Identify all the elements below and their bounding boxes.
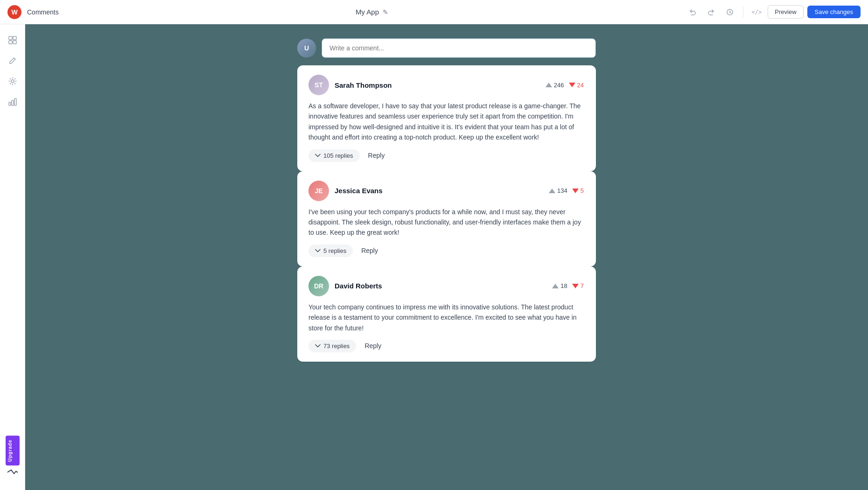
edit-icon[interactable]: ✎ (383, 8, 388, 16)
svg-marker-9 (546, 83, 552, 87)
svg-marker-11 (549, 189, 555, 193)
upvote-count: 134 (557, 187, 567, 194)
svg-marker-14 (572, 284, 579, 288)
comment-actions: 73 replies Reply (308, 340, 585, 352)
sidebar-item-dashboard[interactable] (4, 32, 21, 49)
code-button[interactable]: </> (749, 5, 764, 20)
history-button[interactable] (722, 5, 737, 20)
sidebar-item-settings[interactable] (4, 73, 21, 90)
sidebar-item-edit[interactable] (4, 52, 21, 69)
app-logo: W (7, 5, 21, 19)
comment-body: As a software developer, I have to say t… (308, 101, 585, 143)
show-replies-button[interactable]: 105 replies (308, 149, 360, 162)
svg-rect-8 (14, 98, 16, 105)
reply-button[interactable]: Reply (361, 340, 385, 351)
downvote-button[interactable]: 24 (568, 81, 585, 90)
sidebar: Upgrade (0, 24, 25, 490)
comment-body: Your tech company continues to impress m… (308, 302, 585, 333)
vote-section: 246 24 (545, 81, 585, 90)
vote-section: 18 7 (551, 281, 585, 290)
comment-author: David Roberts (335, 282, 546, 290)
divider (743, 7, 743, 18)
upvote-button[interactable]: 134 (548, 186, 568, 195)
svg-point-5 (11, 80, 14, 83)
undo-button[interactable] (685, 5, 700, 20)
comments-list: ST Sarah Thompson 246 24 As a software d… (297, 65, 596, 362)
upvote-button[interactable]: 246 (545, 81, 565, 90)
replies-count-label: 105 replies (323, 152, 353, 159)
logo-letter: W (11, 8, 17, 16)
comment-card: JE Jessica Evans 134 5 I've been using y… (297, 171, 596, 266)
save-button[interactable]: Save changes (807, 6, 861, 18)
downvote-count: 5 (581, 187, 584, 194)
downvote-button[interactable]: 5 (571, 186, 585, 195)
comment-header: JE Jessica Evans 134 5 (308, 181, 585, 201)
main-layout: Upgrade U ST Sarah Thompson 2 (0, 24, 868, 490)
comment-header: ST Sarah Thompson 246 24 (308, 75, 585, 95)
content-area: U ST Sarah Thompson 246 24 As a software… (25, 24, 868, 490)
comment-author: Sarah Thompson (335, 81, 539, 89)
sidebar-item-analytics[interactable] (4, 93, 21, 110)
write-comment-input[interactable] (322, 38, 596, 58)
comment-body: I've been using your tech company's prod… (308, 207, 585, 238)
comment-header: DR David Roberts 18 7 (308, 276, 585, 296)
current-user-avatar-img: U (297, 39, 316, 57)
topbar: W Comments My App ✎ </> Preview Save cha… (0, 0, 868, 24)
topbar-right: </> Preview Save changes (685, 5, 861, 20)
preview-button[interactable]: Preview (768, 5, 803, 19)
upvote-count: 246 (554, 82, 564, 89)
redo-button[interactable] (704, 5, 719, 20)
downvote-count: 7 (581, 282, 584, 289)
reply-button[interactable]: Reply (364, 150, 389, 161)
reply-button[interactable]: Reply (357, 245, 382, 256)
svg-rect-2 (13, 36, 16, 40)
svg-rect-6 (9, 102, 11, 105)
downvote-count: 24 (577, 82, 584, 89)
svg-rect-7 (12, 100, 14, 105)
replies-count-label: 5 replies (323, 247, 346, 254)
comment-card: ST Sarah Thompson 246 24 As a software d… (297, 65, 596, 171)
section-title: Comments (27, 8, 59, 16)
svg-marker-10 (569, 83, 575, 87)
upvote-button[interactable]: 18 (551, 281, 568, 290)
replies-count-label: 73 replies (323, 343, 350, 350)
svg-marker-13 (552, 284, 559, 288)
sidebar-bottom: Upgrade (6, 436, 20, 483)
svg-rect-3 (9, 41, 12, 44)
comment-author: Jessica Evans (335, 187, 542, 195)
upgrade-button[interactable]: Upgrade (6, 436, 20, 466)
comment-actions: 105 replies Reply (308, 149, 585, 162)
comment-avatar: JE (308, 181, 329, 201)
current-user-avatar: U (297, 39, 316, 57)
upvote-count: 18 (560, 282, 567, 289)
comment-avatar: ST (308, 75, 329, 95)
show-replies-button[interactable]: 5 replies (308, 245, 353, 257)
comments-container: U ST Sarah Thompson 246 24 As a software… (297, 38, 596, 362)
write-comment-row: U (297, 38, 596, 58)
show-replies-button[interactable]: 73 replies (308, 340, 356, 352)
app-name-label: My App (356, 8, 379, 16)
vote-section: 134 5 (548, 186, 585, 195)
bottom-tool[interactable] (7, 469, 18, 475)
svg-marker-12 (572, 189, 579, 193)
svg-rect-4 (13, 41, 16, 44)
topbar-center: My App ✎ (64, 8, 680, 16)
comment-card: DR David Roberts 18 7 Your tech company … (297, 266, 596, 362)
svg-rect-1 (9, 36, 12, 40)
comment-avatar: DR (308, 276, 329, 296)
comment-actions: 5 replies Reply (308, 245, 585, 257)
downvote-button[interactable]: 7 (571, 281, 585, 290)
